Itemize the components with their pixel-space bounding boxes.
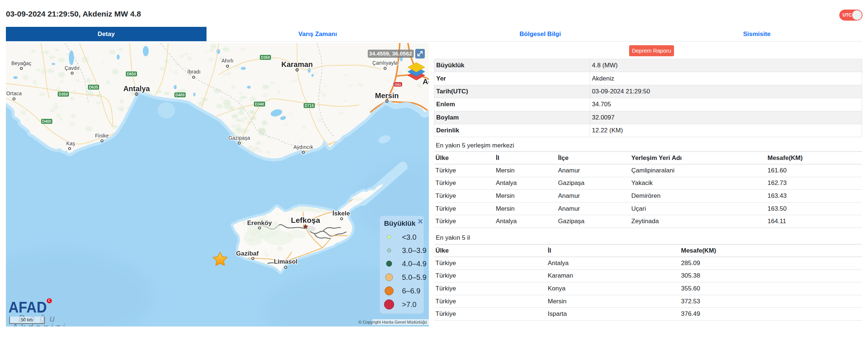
- svg-text:D715: D715: [304, 103, 314, 108]
- svg-text:D400: D400: [175, 93, 184, 97]
- svg-text:© Copyright Harita Genel Müdür: © Copyright Harita Genel Müdürlüğü: [359, 320, 427, 324]
- svg-text:4.0–4.9: 4.0–4.9: [402, 260, 427, 268]
- svg-text:AFAD: AFAD: [8, 299, 47, 316]
- svg-text:5.0–5.9: 5.0–5.9: [402, 273, 427, 281]
- svg-text:Çamlıyayla: Çamlıyayla: [372, 60, 398, 66]
- svg-text:>7.0: >7.0: [402, 300, 416, 308]
- svg-text:İskele: İskele: [332, 210, 350, 217]
- svg-text:Adana: Adana: [423, 77, 429, 86]
- svg-text:Gazibaf: Gazibaf: [236, 250, 259, 257]
- svg-text:Çavdır: Çavdır: [64, 65, 80, 71]
- svg-text:Karaman: Karaman: [281, 60, 313, 68]
- svg-text:Limasol: Limasol: [274, 258, 297, 265]
- svg-text:D635: D635: [89, 85, 98, 89]
- svg-text:O51: O51: [395, 82, 402, 86]
- svg-text:34.4559, 36.0562: 34.4559, 36.0562: [369, 50, 412, 57]
- svg-text:Ortaca: Ortaca: [6, 90, 22, 96]
- svg-text:50 km: 50 km: [21, 317, 33, 322]
- svg-text:✕: ✕: [417, 218, 423, 225]
- svg-text:Büyüklük: Büyüklük: [384, 220, 416, 227]
- svg-text:Mersin: Mersin: [375, 92, 399, 100]
- svg-text:D350: D350: [261, 55, 270, 60]
- svg-text:D350: D350: [59, 92, 68, 96]
- svg-text:Erenköy: Erenköy: [247, 220, 272, 226]
- svg-text:D340: D340: [255, 102, 264, 106]
- svg-text:<3.0: <3.0: [402, 233, 416, 241]
- svg-text:Kaş: Kaş: [66, 140, 75, 146]
- svg-text:Beyağaç: Beyağaç: [11, 60, 31, 66]
- svg-text:Gazipaşa: Gazipaşa: [228, 135, 250, 141]
- svg-text:Ahırlı: Ahırlı: [222, 58, 234, 64]
- svg-text:D650: D650: [127, 72, 136, 76]
- svg-text:Finike: Finike: [95, 133, 109, 139]
- svg-text:3.0–3.9: 3.0–3.9: [402, 246, 427, 254]
- svg-text:İbradı: İbradı: [187, 68, 201, 75]
- svg-text:6–6.9: 6–6.9: [402, 287, 420, 295]
- svg-text:D400: D400: [42, 119, 51, 124]
- svg-text:Lefkoşa: Lefkoşa: [291, 216, 320, 224]
- svg-text:Antalya: Antalya: [123, 85, 150, 93]
- svg-text:Aydıncık: Aydıncık: [293, 144, 313, 150]
